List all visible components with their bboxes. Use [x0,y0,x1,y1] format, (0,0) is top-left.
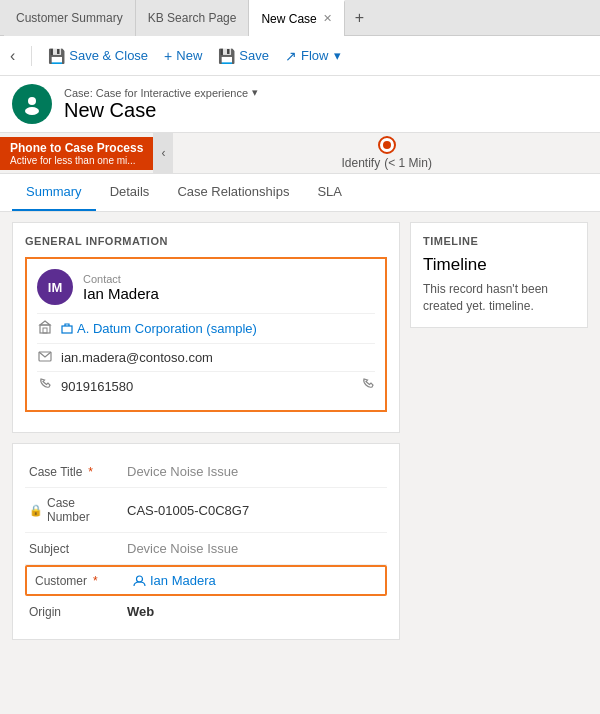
customer-row: Customer * Ian Madera [25,565,387,596]
step-identify-time: (< 1 Min) [384,156,432,170]
tab-details-label: Details [110,184,150,199]
customer-label: Customer * [35,574,125,588]
process-steps: Identify (< 1 Min) [173,136,600,170]
tab-sla-label: SLA [317,184,342,199]
page-header-subtitle-text: Case: Case for Interactive experience [64,87,248,99]
company-link-icon [61,323,73,335]
toolbar: ‹ 💾 Save & Close + New 💾 Save ↗ Flow ▾ [0,36,600,76]
page-title: New Case [64,99,258,122]
customer-required: * [93,574,98,588]
email-value: ian.madera@contoso.com [61,350,213,365]
tab-new-case-label: New Case [261,12,316,26]
flow-label: Flow [301,48,328,63]
timeline-heading: Timeline [423,255,575,275]
phone-call-icon[interactable] [362,378,375,394]
svg-point-1 [25,107,39,115]
flow-icon: ↗ [285,48,297,64]
tab-details[interactable]: Details [96,174,164,211]
subject-value[interactable]: Device Noise Issue [127,541,383,556]
case-number-value: CAS-01005-C0C8G7 [127,503,383,518]
process-label-title: Phone to Case Process [10,141,143,155]
case-number-label: 🔒 Case Number [29,496,119,524]
contact-name: Ian Madera [83,285,159,302]
customer-value[interactable]: Ian Madera [133,573,377,588]
new-icon: + [164,48,172,64]
new-button[interactable]: + New [164,48,202,64]
general-info-title: GENERAL INFORMATION [25,235,387,247]
tab-kb-search-page-label: KB Search Page [148,11,237,25]
save-close-label: Save & Close [69,48,148,63]
contact-label: Contact [83,273,159,285]
nav-tabs: Summary Details Case Relationships SLA [0,174,600,212]
subject-label: Subject [29,542,119,556]
svg-marker-4 [40,321,50,325]
toolbar-separator-1 [31,46,32,66]
page-header: Case: Case for Interactive experience ▾ … [0,76,600,133]
tab-sla[interactable]: SLA [303,174,356,211]
case-form-section: Case Title * Device Noise Issue 🔒 Case N… [12,443,400,640]
customer-name: Ian Madera [150,573,216,588]
step-identify-label: Identify [342,156,381,170]
tab-new-case[interactable]: New Case ✕ [249,0,344,36]
contact-card: IM Contact Ian Madera A. Datum Corporati… [25,257,387,412]
timeline-empty-text: This record hasn't been created yet. tim… [423,281,575,315]
flow-chevron-icon: ▾ [334,48,341,63]
save-close-button[interactable]: 💾 Save & Close [48,48,148,64]
process-bar: Phone to Case Process Active for less th… [0,133,600,174]
origin-row: Origin Web [25,596,387,627]
page-header-info: Case: Case for Interactive experience ▾ … [64,86,258,122]
right-panel: TIMELINE Timeline This record hasn't bee… [410,222,588,704]
svg-rect-5 [62,326,72,333]
save-close-icon: 💾 [48,48,65,64]
collapse-icon: ‹ [161,146,165,160]
contact-company-row: A. Datum Corporation (sample) [37,313,375,343]
flow-button[interactable]: ↗ Flow ▾ [285,48,341,64]
contact-phone-row: 9019161580 [37,371,375,400]
company-icon [37,320,53,337]
case-title-value[interactable]: Device Noise Issue [127,464,383,479]
step-circle-identify [378,136,396,154]
new-label: New [176,48,202,63]
tab-customer-summary[interactable]: Customer Summary [4,0,136,36]
company-name: A. Datum Corporation (sample) [77,321,257,336]
svg-rect-3 [43,328,47,333]
svg-point-0 [28,97,36,105]
phone-value: 9019161580 [61,379,133,394]
page-header-subtitle: Case: Case for Interactive experience ▾ [64,86,258,99]
phone-icon [37,378,53,394]
main-content: GENERAL INFORMATION IM Contact Ian Mader… [0,212,600,714]
origin-label: Origin [29,605,119,619]
timeline-card: TIMELINE Timeline This record hasn't bee… [410,222,588,328]
tab-bar: Customer Summary KB Search Page New Case… [0,0,600,36]
company-link[interactable]: A. Datum Corporation (sample) [61,321,257,336]
contact-email-row: ian.madera@contoso.com [37,343,375,371]
save-button[interactable]: 💾 Save [218,48,269,64]
person-icon [21,93,43,115]
avatar [12,84,52,124]
email-icon [37,350,53,365]
process-label: Phone to Case Process Active for less th… [0,137,153,170]
subtitle-chevron-icon[interactable]: ▾ [252,86,258,99]
process-collapse-button[interactable]: ‹ [153,133,173,173]
contact-avatar: IM [37,269,73,305]
back-button[interactable]: ‹ [10,47,15,65]
tab-summary-label: Summary [26,184,82,199]
left-panel: GENERAL INFORMATION IM Contact Ian Mader… [12,222,400,704]
svg-rect-2 [40,325,50,333]
add-tab-button[interactable]: + [345,9,374,27]
save-icon: 💾 [218,48,235,64]
tab-case-relationships[interactable]: Case Relationships [163,174,303,211]
case-title-row: Case Title * Device Noise Issue [25,456,387,488]
tab-kb-search-page[interactable]: KB Search Page [136,0,250,36]
tab-case-relationships-label: Case Relationships [177,184,289,199]
process-label-sub: Active for less than one mi... [10,155,143,166]
save-label: Save [239,48,269,63]
contact-info: Contact Ian Madera [83,273,159,302]
tab-customer-summary-label: Customer Summary [16,11,123,25]
tab-summary[interactable]: Summary [12,174,96,211]
origin-value: Web [127,604,383,619]
general-info-section: GENERAL INFORMATION IM Contact Ian Mader… [12,222,400,433]
timeline-section-title: TIMELINE [423,235,575,247]
process-step-identify: Identify (< 1 Min) [342,136,432,170]
close-tab-icon[interactable]: ✕ [323,12,332,25]
